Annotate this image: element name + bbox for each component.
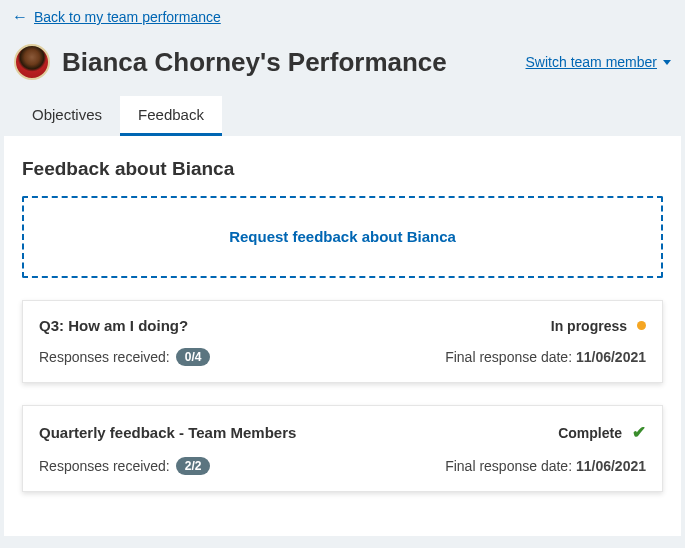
back-link[interactable]: Back to my team performance bbox=[34, 9, 221, 25]
page-title: Bianca Chorney's Performance bbox=[62, 47, 514, 78]
progress-dot-icon bbox=[637, 321, 646, 330]
responses-pill: 0/4 bbox=[176, 348, 211, 366]
feedback-card[interactable]: Q3: How am I doing? In progress Response… bbox=[22, 300, 663, 383]
caret-down-icon bbox=[663, 60, 671, 65]
request-feedback-button[interactable]: Request feedback about Bianca bbox=[22, 196, 663, 278]
responses-received-label: Responses received: bbox=[39, 458, 170, 474]
status-badge: In progress bbox=[551, 318, 646, 334]
responses-received: Responses received: 2/2 bbox=[39, 457, 210, 475]
feedback-card[interactable]: Quarterly feedback - Team Members Comple… bbox=[22, 405, 663, 492]
main-panel: Feedback about Bianca Request feedback a… bbox=[4, 136, 681, 536]
final-response-date: Final response date: 11/06/2021 bbox=[445, 458, 646, 474]
responses-received: Responses received: 0/4 bbox=[39, 348, 210, 366]
header-row: Bianca Chorney's Performance Switch team… bbox=[0, 34, 685, 96]
card-title: Q3: How am I doing? bbox=[39, 317, 188, 334]
final-response-value: 11/06/2021 bbox=[576, 349, 646, 365]
back-link-row: ← Back to my team performance bbox=[0, 0, 685, 34]
tab-objectives[interactable]: Objectives bbox=[14, 96, 120, 136]
status-label: Complete bbox=[558, 425, 622, 441]
card-title: Quarterly feedback - Team Members bbox=[39, 424, 296, 441]
final-response-label: Final response date: bbox=[445, 349, 576, 365]
tab-feedback[interactable]: Feedback bbox=[120, 96, 222, 136]
final-response-label: Final response date: bbox=[445, 458, 576, 474]
request-feedback-label: Request feedback about Bianca bbox=[229, 228, 456, 245]
responses-pill: 2/2 bbox=[176, 457, 211, 475]
final-response-date: Final response date: 11/06/2021 bbox=[445, 349, 646, 365]
switch-team-member-label: Switch team member bbox=[526, 54, 657, 70]
avatar bbox=[14, 44, 50, 80]
final-response-value: 11/06/2021 bbox=[576, 458, 646, 474]
status-label: In progress bbox=[551, 318, 627, 334]
status-badge: Complete ✔ bbox=[558, 422, 646, 443]
switch-team-member-link[interactable]: Switch team member bbox=[526, 54, 671, 70]
responses-received-label: Responses received: bbox=[39, 349, 170, 365]
tabs-row: Objectives Feedback bbox=[0, 96, 685, 136]
section-title: Feedback about Bianca bbox=[22, 158, 663, 180]
checkmark-icon: ✔ bbox=[632, 422, 646, 443]
arrow-left-icon: ← bbox=[12, 8, 28, 26]
